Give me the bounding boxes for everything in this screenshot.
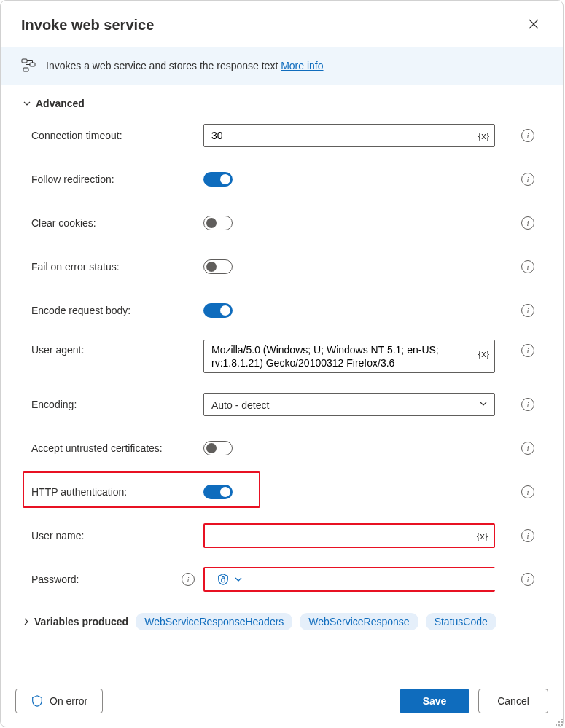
fail-on-error-toggle[interactable]: [203, 259, 233, 274]
label-username: User name:: [31, 530, 84, 541]
chevron-right-icon: [23, 616, 30, 627]
encode-body-toggle[interactable]: [203, 303, 233, 318]
info-icon[interactable]: i: [521, 173, 534, 186]
svg-point-4: [561, 719, 563, 720]
dialog-footer: On error Save Cancel: [1, 676, 563, 727]
info-icon[interactable]: i: [521, 304, 534, 317]
row-variables-produced: Variables produced WebServiceResponseHea…: [23, 608, 541, 638]
label-user-agent: User agent:: [31, 344, 84, 356]
row-encode-body: Encode request body: i: [23, 296, 541, 325]
on-error-label: On error: [50, 695, 87, 707]
info-icon[interactable]: i: [182, 573, 195, 586]
label-password: Password:: [31, 574, 79, 585]
info-icon[interactable]: i: [521, 260, 534, 273]
dialog-header: Invoke web service: [1, 1, 563, 47]
svg-rect-3: [221, 579, 225, 582]
chevron-down-icon: [234, 575, 243, 584]
resize-grip-icon[interactable]: [553, 716, 564, 727]
svg-point-8: [558, 724, 560, 726]
description-bar: Invokes a web service and stores the res…: [1, 47, 563, 85]
label-accept-untrusted: Accept untrusted certificates:: [31, 442, 163, 454]
label-connection-timeout: Connection timeout:: [31, 130, 122, 141]
svg-rect-1: [30, 63, 35, 66]
description-text: Invokes a web service and stores the res…: [46, 60, 324, 71]
connection-timeout-input[interactable]: [203, 124, 495, 147]
row-fail-on-error: Fail on error status: i: [23, 252, 541, 281]
info-icon[interactable]: i: [521, 129, 534, 142]
user-agent-input[interactable]: [203, 340, 495, 373]
variable-chip[interactable]: WebServiceResponseHeaders: [136, 613, 292, 630]
password-type-dropdown[interactable]: [205, 568, 254, 590]
label-fail-on-error: Fail on error status:: [31, 261, 120, 273]
info-icon[interactable]: i: [521, 398, 534, 411]
svg-point-5: [558, 721, 560, 723]
accept-untrusted-toggle[interactable]: [203, 441, 233, 455]
variable-token-button[interactable]: {x}: [478, 130, 489, 141]
variables-produced-header[interactable]: Variables produced: [23, 616, 128, 627]
variable-token-button[interactable]: {x}: [478, 348, 489, 359]
close-icon: [528, 18, 539, 30]
label-follow-redirection: Follow redirection:: [31, 173, 114, 185]
row-accept-untrusted: Accept untrusted certificates: i: [23, 434, 541, 463]
row-connection-timeout: Connection timeout: {x} i: [23, 121, 541, 150]
svg-point-7: [556, 724, 557, 726]
dialog-title: Invoke web service: [21, 17, 154, 34]
encoding-select[interactable]: Auto - detect: [203, 393, 495, 416]
label-encoding: Encoding:: [31, 399, 77, 410]
variable-chip[interactable]: WebServiceResponse: [300, 613, 418, 630]
row-clear-cookies: Clear cookies: i: [23, 208, 541, 238]
variables-produced-label: Variables produced: [34, 616, 128, 627]
svg-rect-0: [22, 59, 27, 63]
dialog: Invoke web service Invokes a web service…: [0, 0, 564, 727]
password-input[interactable]: [254, 568, 496, 590]
shield-icon: [31, 694, 44, 708]
svg-rect-2: [23, 68, 28, 71]
info-icon[interactable]: i: [521, 344, 534, 357]
variable-chip[interactable]: StatusCode: [426, 613, 496, 630]
row-password: Password: i: [23, 565, 541, 594]
row-username: User name: {x} i: [23, 521, 541, 550]
info-icon[interactable]: i: [521, 216, 534, 230]
row-http-auth: HTTP authentication: i: [23, 477, 541, 506]
username-input[interactable]: [205, 525, 494, 547]
label-clear-cookies: Clear cookies:: [31, 217, 96, 229]
lock-shield-icon: [217, 573, 230, 586]
svg-point-9: [561, 724, 563, 726]
svg-point-6: [561, 721, 563, 723]
close-button[interactable]: [525, 15, 542, 35]
info-icon[interactable]: i: [521, 485, 534, 498]
row-user-agent: User agent: {x} i: [23, 340, 541, 375]
variable-token-button[interactable]: {x}: [477, 531, 488, 541]
section-advanced-label: Advanced: [36, 98, 85, 109]
chevron-down-icon: [23, 99, 31, 108]
row-encoding: Encoding: Auto - detect i: [23, 390, 541, 419]
content-area: Advanced Connection timeout: {x} i Follo…: [1, 85, 563, 676]
clear-cookies-toggle[interactable]: [203, 216, 233, 230]
follow-redirection-toggle[interactable]: [203, 172, 233, 187]
info-icon[interactable]: i: [521, 442, 534, 455]
info-icon[interactable]: i: [521, 529, 534, 542]
save-button[interactable]: Save: [400, 689, 469, 713]
label-encode-body: Encode request body:: [31, 305, 130, 316]
webservice-icon: [21, 58, 36, 73]
row-follow-redirection: Follow redirection: i: [23, 165, 541, 194]
info-icon[interactable]: i: [521, 573, 534, 586]
http-auth-toggle[interactable]: [203, 485, 233, 499]
section-advanced-header[interactable]: Advanced: [23, 98, 541, 109]
on-error-button[interactable]: On error: [15, 689, 103, 713]
more-info-link[interactable]: More info: [281, 60, 323, 71]
cancel-button[interactable]: Cancel: [478, 689, 548, 713]
